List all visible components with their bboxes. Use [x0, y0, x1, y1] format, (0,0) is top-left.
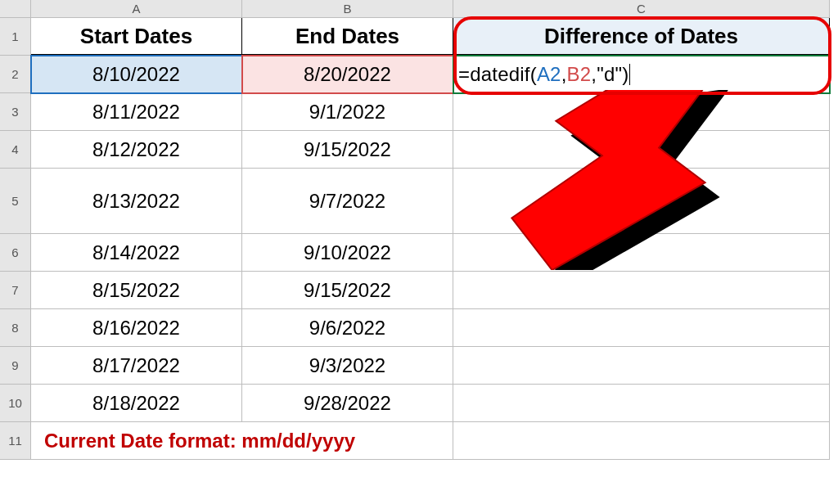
table-row: 1 Start Dates End Dates Difference of Da…	[0, 18, 838, 56]
row-header-5[interactable]: 5	[0, 169, 31, 234]
row-header-6[interactable]: 6	[0, 234, 31, 272]
cell-c11[interactable]	[453, 422, 830, 460]
cell-b1[interactable]: End Dates	[242, 18, 453, 56]
col-header-c[interactable]: C	[453, 0, 830, 18]
cell-b7[interactable]: 9/15/2022	[242, 272, 453, 309]
row-header-9[interactable]: 9	[0, 347, 31, 385]
cell-b5[interactable]: 9/7/2022	[242, 169, 453, 234]
select-all-corner[interactable]	[0, 0, 31, 18]
table-row: 3 8/11/2022 9/1/2022	[0, 93, 838, 131]
row-header-4[interactable]: 4	[0, 131, 31, 169]
cell-a11-note[interactable]: Current Date format: mm/dd/yyyy	[31, 422, 453, 460]
table-row: 2 8/10/2022 8/20/2022 =datedif(A2,B2,"d"…	[0, 56, 838, 93]
cell-c8[interactable]	[453, 309, 830, 347]
cell-c3[interactable]	[453, 93, 830, 131]
cell-c4[interactable]	[453, 131, 830, 169]
table-row: 6 8/14/2022 9/10/2022	[0, 234, 838, 272]
table-row: 10 8/18/2022 9/28/2022	[0, 385, 838, 422]
spreadsheet: A B C 1 Start Dates End Dates Difference…	[0, 0, 838, 460]
col-header-a[interactable]: A	[31, 0, 242, 18]
row-header-8[interactable]: 8	[0, 309, 31, 347]
cell-a7[interactable]: 8/15/2022	[31, 272, 242, 309]
cell-a4[interactable]: 8/12/2022	[31, 131, 242, 169]
cell-a8[interactable]: 8/16/2022	[31, 309, 242, 347]
formula-ref-a2: A2	[537, 63, 561, 86]
cell-a2[interactable]: 8/10/2022	[31, 56, 242, 93]
cell-b6[interactable]: 9/10/2022	[242, 234, 453, 272]
cell-b8[interactable]: 9/6/2022	[242, 309, 453, 347]
cell-a10[interactable]: 8/18/2022	[31, 385, 242, 422]
cell-b4[interactable]: 9/15/2022	[242, 131, 453, 169]
cell-c9[interactable]	[453, 347, 830, 385]
formula-prefix: =datedif(	[458, 63, 537, 86]
row-header-1[interactable]: 1	[0, 18, 31, 56]
cell-c10[interactable]	[453, 385, 830, 422]
column-header-row: A B C	[0, 0, 838, 18]
cell-c1[interactable]: Difference of Dates	[453, 18, 830, 56]
cell-a6[interactable]: 8/14/2022	[31, 234, 242, 272]
table-row: 4 8/12/2022 9/15/2022	[0, 131, 838, 169]
cell-c2[interactable]: =datedif(A2,B2,"d")	[453, 56, 830, 93]
text-cursor	[629, 64, 630, 85]
table-row: 11 Current Date format: mm/dd/yyyy	[0, 422, 838, 460]
row-header-3[interactable]: 3	[0, 93, 31, 131]
row-header-2[interactable]: 2	[0, 56, 31, 93]
table-row: 7 8/15/2022 9/15/2022	[0, 272, 838, 309]
table-row: 9 8/17/2022 9/3/2022	[0, 347, 838, 385]
formula-comma: ,	[561, 63, 567, 86]
table-row: 8 8/16/2022 9/6/2022	[0, 309, 838, 347]
cell-c7[interactable]	[453, 272, 830, 309]
col-header-b[interactable]: B	[242, 0, 453, 18]
cell-a5[interactable]: 8/13/2022	[31, 169, 242, 234]
cell-b9[interactable]: 9/3/2022	[242, 347, 453, 385]
cell-a3[interactable]: 8/11/2022	[31, 93, 242, 131]
formula-suffix: )	[622, 63, 628, 86]
row-header-7[interactable]: 7	[0, 272, 31, 309]
row-header-10[interactable]: 10	[0, 385, 31, 422]
cell-c5[interactable]	[453, 169, 830, 234]
cell-a9[interactable]: 8/17/2022	[31, 347, 242, 385]
cell-c6[interactable]	[453, 234, 830, 272]
cell-a1[interactable]: Start Dates	[31, 18, 242, 56]
formula-ref-b2: B2	[567, 63, 592, 86]
row-header-11[interactable]: 11	[0, 422, 31, 460]
cell-b2[interactable]: 8/20/2022	[242, 56, 453, 93]
table-row: 5 8/13/2022 9/7/2022	[0, 169, 838, 234]
cell-b3[interactable]: 9/1/2022	[242, 93, 453, 131]
formula-text: =datedif(A2,B2,"d")	[458, 63, 630, 86]
formula-comma: ,	[591, 63, 597, 86]
cell-b10[interactable]: 9/28/2022	[242, 385, 453, 422]
formula-arg: "d"	[597, 63, 622, 86]
